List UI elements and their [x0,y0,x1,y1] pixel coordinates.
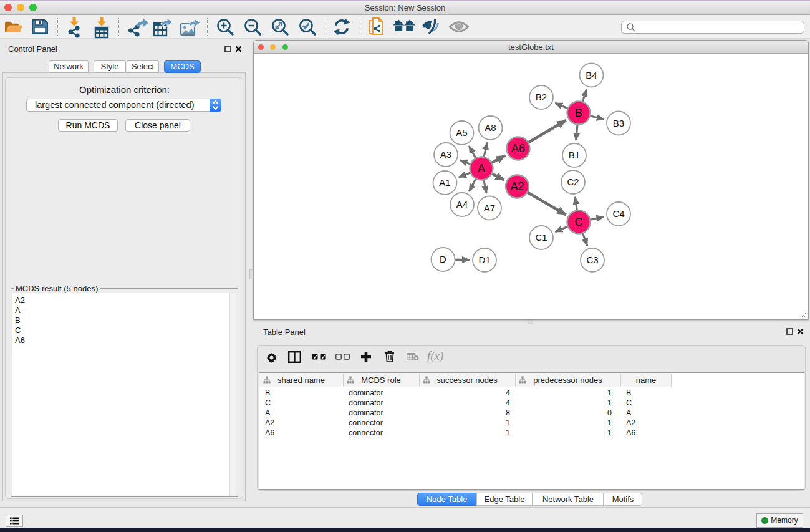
svg-text:B2: B2 [536,92,547,102]
svg-text:B3: B3 [613,118,624,128]
svg-text:C1: C1 [535,232,547,243]
svg-text:A5: A5 [456,127,467,138]
svg-text:C2: C2 [567,177,579,187]
svg-text:A2: A2 [510,180,524,193]
svg-text:C3: C3 [586,254,598,265]
svg-text:A3: A3 [440,149,451,160]
svg-text:D1: D1 [478,254,490,265]
svg-text:A1: A1 [439,177,450,188]
svg-text:C: C [575,216,583,228]
svg-text:A: A [478,162,485,175]
svg-text:B: B [575,107,582,119]
svg-text:D: D [440,254,446,264]
svg-text:C4: C4 [612,208,624,219]
svg-text:B4: B4 [586,70,597,80]
svg-text:A6: A6 [511,142,525,155]
svg-text:A4: A4 [456,199,468,210]
svg-text:B1: B1 [569,150,580,160]
svg-text:A7: A7 [484,203,495,213]
svg-text:A8: A8 [485,122,496,133]
